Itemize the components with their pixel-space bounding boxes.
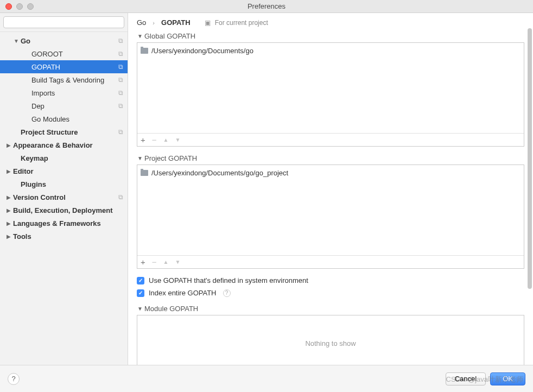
- path-label: /Users/yexindong/Documents/go: [151, 47, 253, 55]
- sidebar-item-label: Version Control: [13, 193, 116, 201]
- sidebar-item-build-execution-deployment[interactable]: ▶Build, Execution, Deployment: [0, 204, 128, 217]
- body-area: ▼Go⧉▶GOROOT⧉▶GOPATH⧉▶Build Tags & Vendor…: [0, 13, 533, 365]
- copy-icon: ⧉: [118, 76, 123, 84]
- folder-icon: [141, 48, 148, 54]
- scrollbar-thumb[interactable]: [528, 28, 532, 289]
- empty-message: Nothing to show: [141, 318, 521, 347]
- checkbox-checked-icon: ✓: [137, 289, 144, 297]
- sidebar-item-appearance-behavior[interactable]: ▶Appearance & Behavior: [0, 138, 128, 151]
- sidebar-item-go[interactable]: ▼Go⧉: [0, 34, 128, 47]
- list-toolbar: + − ▲ ▼: [137, 255, 524, 268]
- sidebar-item-plugins[interactable]: ▶Plugins: [0, 178, 128, 191]
- help-button[interactable]: ?: [8, 373, 20, 385]
- list-item[interactable]: /Users/yexindong/Documents/go: [141, 45, 521, 56]
- settings-tree[interactable]: ▼Go⧉▶GOROOT⧉▶GOPATH⧉▶Build Tags & Vendor…: [0, 32, 128, 365]
- module-gopath-list: Nothing to show: [137, 315, 524, 365]
- sidebar-item-label: Imports: [31, 89, 116, 97]
- chevron-down-icon: ▼: [137, 306, 143, 312]
- move-up-button[interactable]: ▲: [163, 260, 169, 265]
- copy-icon: ⧉: [118, 37, 123, 45]
- sidebar-item-dep[interactable]: ▶Dep⧉: [0, 99, 128, 112]
- titlebar: Preferences: [0, 0, 533, 13]
- main-header: Go › GOPATH ▣ For current project: [128, 13, 533, 32]
- add-button[interactable]: +: [141, 258, 145, 266]
- sidebar-item-editor[interactable]: ▶Editor: [0, 165, 128, 178]
- chevron-down-icon: ▼: [13, 38, 20, 44]
- checkbox-label: Index entire GOPATH: [149, 289, 217, 297]
- sidebar-item-goroot[interactable]: ▶GOROOT⧉: [0, 47, 128, 60]
- sidebar-item-label: GOPATH: [31, 63, 116, 71]
- sidebar-item-label: Appearance & Behavior: [13, 141, 123, 149]
- add-button[interactable]: +: [141, 136, 145, 144]
- sidebar-item-label: Keymap: [21, 154, 123, 162]
- project-scope-icon: ▣: [205, 19, 211, 27]
- copy-icon: ⧉: [118, 128, 123, 136]
- sidebar-item-version-control[interactable]: ▶Version Control⧉: [0, 191, 128, 204]
- sidebar-item-build-tags-vendoring[interactable]: ▶Build Tags & Vendoring⧉: [0, 73, 128, 86]
- sidebar-item-label: GOROOT: [31, 50, 116, 58]
- copy-icon: ⧉: [118, 193, 123, 201]
- folder-icon: [141, 170, 148, 176]
- sidebar-item-label: Project Structure: [21, 128, 116, 136]
- main-panel: Go › GOPATH ▣ For current project ▼ Glob…: [128, 13, 533, 365]
- section-title: Global GOPATH: [144, 32, 195, 40]
- sidebar-item-gopath[interactable]: ▶GOPATH⧉: [0, 60, 128, 73]
- move-down-button[interactable]: ▼: [175, 260, 180, 265]
- chevron-down-icon: ▼: [137, 33, 143, 39]
- sidebar-item-label: Build Tags & Vendoring: [31, 76, 116, 84]
- sidebar-item-languages-frameworks[interactable]: ▶Languages & Frameworks: [0, 217, 128, 230]
- section-title: Module GOPATH: [144, 305, 198, 313]
- chevron-right-icon: ▶: [5, 220, 12, 226]
- sidebar-item-go-modules[interactable]: ▶Go Modules: [0, 112, 128, 125]
- chevron-right-icon: ▶: [5, 142, 12, 148]
- project-gopath-list: /Users/yexindong/Documents/go/go_project…: [137, 165, 524, 269]
- main-content: ▼ Global GOPATH /Users/yexindong/Documen…: [128, 32, 533, 365]
- copy-icon: ⧉: [118, 50, 123, 58]
- path-label: /Users/yexindong/Documents/go/go_project: [151, 169, 288, 177]
- move-up-button[interactable]: ▲: [163, 137, 169, 143]
- use-system-gopath-checkbox[interactable]: ✓ Use GOPATH that's defined in system en…: [137, 276, 524, 284]
- list-body[interactable]: /Users/yexindong/Documents/go: [137, 43, 524, 133]
- sidebar-item-label: Dep: [31, 102, 116, 110]
- remove-button[interactable]: −: [152, 136, 157, 144]
- sidebar-item-label: Go Modules: [31, 115, 123, 123]
- help-icon[interactable]: ?: [223, 289, 231, 297]
- section-header[interactable]: ▼ Module GOPATH: [137, 305, 524, 313]
- sidebar-item-label: Go: [21, 37, 116, 45]
- sidebar-item-label: Languages & Frameworks: [13, 219, 123, 227]
- section-project-gopath: ▼ Project GOPATH /Users/yexindong/Docume…: [137, 154, 524, 269]
- breadcrumb-parent[interactable]: Go: [137, 18, 146, 27]
- chevron-right-icon: ▶: [5, 233, 12, 239]
- search-wrap: [0, 13, 128, 32]
- sidebar-item-imports[interactable]: ▶Imports⧉: [0, 86, 128, 99]
- chevron-right-icon: ▶: [5, 194, 12, 200]
- index-entire-gopath-checkbox[interactable]: ✓ Index entire GOPATH ?: [137, 289, 524, 297]
- window-title: Preferences: [0, 2, 533, 10]
- list-item[interactable]: /Users/yexindong/Documents/go/go_project: [141, 167, 521, 178]
- sidebar-item-tools[interactable]: ▶Tools: [0, 230, 128, 243]
- scrollbar[interactable]: [528, 28, 532, 376]
- checkbox-checked-icon: ✓: [137, 277, 144, 284]
- list-body[interactable]: /Users/yexindong/Documents/go/go_project: [137, 165, 524, 255]
- copy-icon: ⧉: [118, 63, 123, 71]
- sidebar-item-label: Editor: [13, 167, 123, 175]
- remove-button[interactable]: −: [152, 258, 157, 266]
- sidebar-item-keymap[interactable]: ▶Keymap: [0, 151, 128, 165]
- scope-label: For current project: [215, 19, 268, 27]
- section-title: Project GOPATH: [144, 154, 197, 162]
- cancel-button[interactable]: Cancel: [446, 372, 486, 385]
- section-header[interactable]: ▼ Project GOPATH: [137, 154, 524, 162]
- list-body[interactable]: Nothing to show: [137, 315, 524, 365]
- sidebar-item-project-structure[interactable]: ▶Project Structure⧉: [0, 125, 128, 138]
- global-gopath-list: /Users/yexindong/Documents/go + − ▲ ▼: [137, 42, 524, 147]
- section-header[interactable]: ▼ Global GOPATH: [137, 32, 524, 40]
- chevron-down-icon: ▼: [137, 155, 143, 161]
- move-down-button[interactable]: ▼: [175, 137, 180, 143]
- breadcrumb-current: GOPATH: [161, 18, 191, 27]
- chevron-right-icon: ▶: [5, 168, 12, 174]
- copy-icon: ⧉: [118, 102, 123, 110]
- search-input[interactable]: [3, 16, 124, 28]
- ok-button[interactable]: OK: [490, 372, 525, 385]
- copy-icon: ⧉: [118, 89, 123, 97]
- sidebar-item-label: Plugins: [21, 180, 123, 188]
